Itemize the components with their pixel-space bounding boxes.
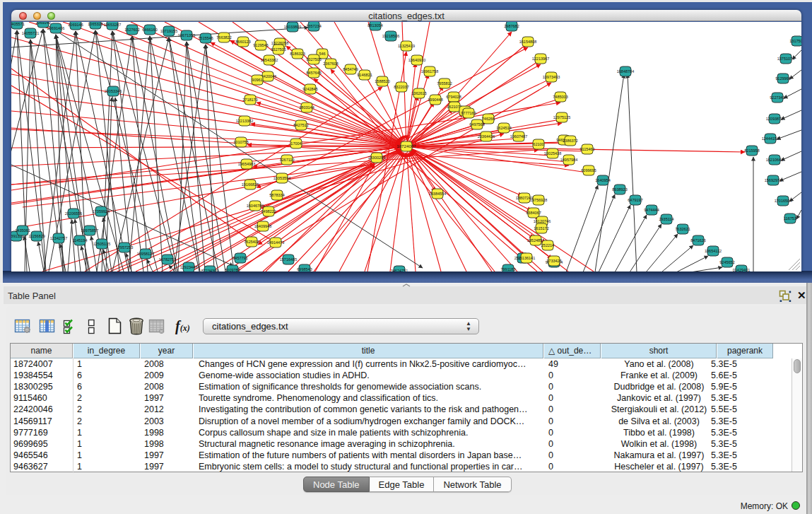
svg-text:14957984: 14957984	[560, 158, 577, 162]
svg-text:1498222: 1498222	[261, 209, 276, 214]
svg-text:2069140: 2069140	[35, 22, 50, 25]
svg-text:10654112: 10654112	[705, 249, 722, 253]
svg-text:1640954: 1640954	[595, 178, 610, 182]
svg-text:10973493: 10973493	[543, 75, 560, 79]
svg-text:13751074: 13751074	[777, 57, 794, 61]
svg-text:90961: 90961	[252, 78, 262, 82]
svg-text:8454749: 8454749	[343, 67, 358, 71]
svg-text:2803144: 2803144	[299, 105, 314, 110]
svg-text:15136141: 15136141	[518, 256, 535, 260]
svg-text:9115460: 9115460	[579, 147, 594, 151]
svg-text:1362615: 1362615	[411, 91, 426, 95]
svg-text:1624514: 1624514	[496, 126, 511, 130]
svg-text:5878334: 5878334	[269, 193, 284, 197]
svg-text:4405571: 4405571	[11, 22, 25, 26]
svg-text:6998543: 6998543	[297, 267, 312, 271]
svg-text:19654983: 19654983	[238, 162, 255, 166]
svg-text:8938923: 8938923	[612, 187, 627, 192]
svg-text:9146821: 9146821	[357, 73, 372, 77]
svg-text:12093872: 12093872	[766, 117, 783, 121]
svg-text:16154808: 16154808	[519, 40, 536, 44]
svg-text:2987682: 2987682	[504, 24, 519, 28]
svg-text:1145194: 1145194	[72, 238, 87, 243]
svg-text:01429401: 01429401	[733, 268, 750, 271]
svg-text:6479197: 6479197	[628, 198, 642, 202]
svg-text:17957253: 17957253	[116, 245, 133, 250]
svg-text:20364436: 20364436	[478, 134, 495, 139]
svg-text:17004: 17004	[290, 141, 301, 146]
svg-text:2367608: 2367608	[323, 62, 338, 66]
svg-text:16671355: 16671355	[178, 33, 195, 37]
svg-text:6099695: 6099695	[581, 168, 596, 173]
svg-text:16961758: 16961758	[421, 69, 438, 74]
svg-text:9245652: 9245652	[719, 260, 734, 264]
svg-text:6794028: 6794028	[446, 95, 461, 99]
svg-text:18724007: 18724007	[396, 144, 416, 148]
svg-text:2718170: 2718170	[242, 98, 257, 102]
svg-text:20691406: 20691406	[47, 26, 64, 30]
svg-text:8660123: 8660123	[235, 40, 250, 44]
svg-text:13353594: 13353594	[273, 176, 290, 180]
svg-text:9327505: 9327505	[306, 57, 321, 62]
svg-text:62100: 62100	[533, 142, 543, 146]
svg-text:1588520: 1588520	[375, 79, 389, 83]
svg-text:11156829: 11156829	[28, 234, 45, 238]
svg-text:20206556: 20206556	[65, 211, 82, 216]
svg-text:12213967: 12213967	[532, 57, 549, 61]
svg-text:7625402: 7625402	[244, 240, 259, 244]
svg-text:16210643: 16210643	[766, 158, 783, 162]
svg-text:6466160: 6466160	[142, 28, 157, 32]
svg-text:8457645: 8457645	[306, 71, 321, 75]
svg-text:8186323: 8186323	[290, 52, 305, 56]
svg-text:16033809: 16033809	[284, 25, 301, 29]
svg-text:7955812: 7955812	[437, 81, 452, 86]
svg-text:7632621: 7632621	[675, 227, 690, 231]
svg-text:9129546: 9129546	[253, 43, 268, 47]
svg-text:3267110: 3267110	[279, 158, 294, 162]
svg-text:7485003: 7485003	[553, 95, 567, 99]
svg-text:16848784: 16848784	[617, 69, 634, 74]
svg-text:19218506: 19218506	[382, 34, 399, 38]
svg-text:20053346: 20053346	[105, 89, 122, 93]
svg-text:1990448: 1990448	[428, 98, 442, 102]
svg-text:11325419: 11325419	[398, 44, 415, 48]
svg-text:1615172: 1615172	[534, 226, 548, 230]
svg-text:116753: 116753	[784, 216, 796, 221]
svg-text:8322037: 8322037	[394, 85, 408, 89]
svg-text:7663822: 7663822	[216, 35, 231, 40]
svg-text:1010755: 1010755	[233, 140, 248, 144]
svg-text:12923448: 12923448	[180, 265, 197, 269]
svg-text:546: 546	[319, 52, 325, 56]
svg-text:16782759: 16782759	[159, 257, 176, 262]
svg-text:12505135: 12505135	[93, 242, 110, 246]
svg-text:9327505: 9327505	[271, 47, 286, 52]
svg-text:9474444: 9474444	[644, 208, 659, 212]
svg-text:18300295: 18300295	[368, 156, 385, 160]
svg-text:10025438: 10025438	[544, 151, 561, 156]
svg-text:12444153: 12444153	[762, 136, 779, 141]
svg-text:9777169: 9777169	[461, 111, 476, 115]
svg-text:17359924: 17359924	[93, 209, 110, 214]
svg-text:19756928: 19756928	[530, 198, 547, 202]
svg-text:34624751: 34624751	[391, 269, 408, 271]
svg-text:9384067: 9384067	[526, 211, 541, 215]
svg-text:14055721: 14055721	[22, 31, 39, 35]
svg-text:16543382: 16543382	[261, 58, 278, 62]
svg-text:1065328: 1065328	[88, 22, 102, 26]
svg-text:14914479: 14914479	[267, 240, 284, 245]
svg-text:12213382: 12213382	[236, 119, 253, 123]
svg-text:252214: 252214	[541, 243, 554, 247]
svg-text:87234309: 87234309	[201, 269, 218, 271]
svg-text:10607487: 10607487	[510, 134, 527, 139]
svg-text:10719155: 10719155	[160, 29, 177, 33]
svg-text:19384554: 19384554	[429, 192, 446, 196]
svg-text:13640910: 13640910	[408, 58, 425, 62]
svg-text:16120746: 16120746	[534, 219, 551, 223]
svg-text:8215958: 8215958	[744, 148, 759, 153]
svg-text:746266: 746266	[482, 117, 495, 121]
svg-text:6497568: 6497568	[469, 122, 484, 127]
svg-text:12975125: 12975125	[553, 115, 570, 119]
svg-text:16046786: 16046786	[247, 204, 264, 208]
svg-text:2935114: 2935114	[659, 217, 673, 221]
svg-text:12342757: 12342757	[50, 236, 67, 240]
